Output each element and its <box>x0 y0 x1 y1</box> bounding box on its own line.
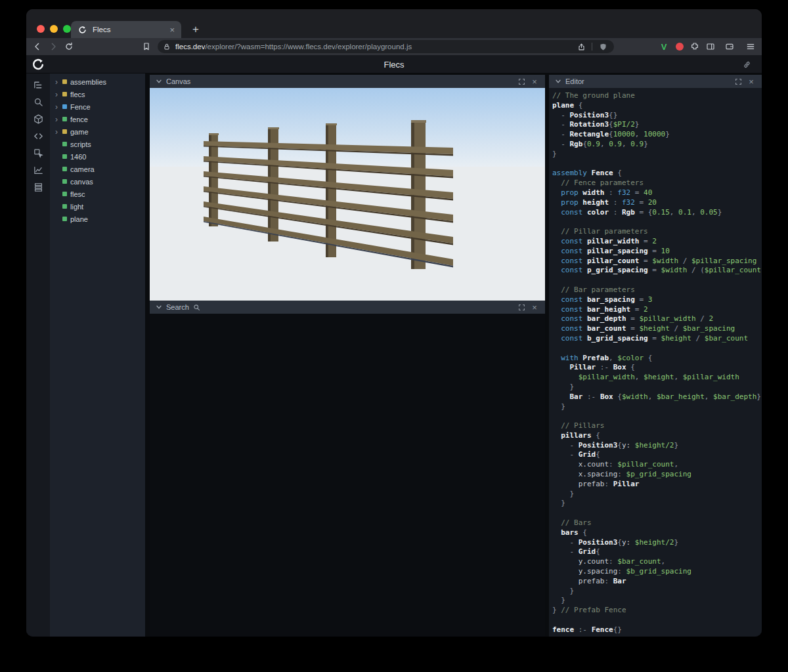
tree-item-light[interactable]: light <box>50 200 145 213</box>
inspect-nav-button[interactable] <box>32 147 44 159</box>
zoom-window-button[interactable] <box>63 25 71 33</box>
expand-chevron-icon[interactable]: › <box>55 78 61 86</box>
code-line: bars { <box>552 528 762 538</box>
new-tab-button[interactable]: + <box>188 22 204 37</box>
extension-red-button[interactable] <box>672 39 688 54</box>
entity-tree-nav-button[interactable] <box>32 79 44 91</box>
tree-item-camera[interactable]: camera <box>50 163 145 175</box>
canvas-fullscreen-button[interactable] <box>516 76 527 87</box>
code-line: - Grid{ <box>552 547 762 557</box>
tree-item-scripts[interactable]: scripts <box>50 138 145 150</box>
tree-item-flesc[interactable]: flesc <box>50 188 145 200</box>
code-line: const p_grid_spacing = $width / ($pillar… <box>552 266 762 276</box>
code-line: - Position3{y: $height/2} <box>552 441 762 451</box>
code-line: } // Prefab Fence <box>552 606 762 616</box>
tree-item-label: canvas <box>70 178 93 186</box>
app-content: ›assemblies›flecs›Fence›fence›gamescript… <box>26 74 762 637</box>
editor-panel-header[interactable]: Editor × <box>549 75 762 88</box>
memory-nav-button[interactable] <box>32 181 44 193</box>
code-line: x.spacing: $p_grid_spacing <box>552 470 762 480</box>
expand-chevron-icon[interactable]: › <box>55 103 61 111</box>
tree-item-assemblies[interactable]: ›assemblies <box>50 75 145 88</box>
share-link-button[interactable] <box>739 57 754 72</box>
code-line: // Bars <box>552 518 762 528</box>
back-button[interactable] <box>30 39 45 54</box>
expand-chevron-icon[interactable]: › <box>55 128 61 136</box>
tree-item-1460[interactable]: 1460 <box>50 150 145 163</box>
expand-chevron-icon[interactable]: › <box>55 116 61 123</box>
entity-kind-square <box>62 117 67 121</box>
extension-v-button[interactable]: V <box>656 39 672 54</box>
share-button[interactable] <box>575 41 587 52</box>
tab-bar: Flecs × + <box>26 9 762 38</box>
canvas-close-button[interactable]: × <box>529 76 540 87</box>
code-line: Bar :- Box {$width, $bar_height, $bar_de… <box>552 392 762 402</box>
code-line <box>552 217 762 227</box>
code-line <box>552 411 762 421</box>
tree-item-label: light <box>70 203 83 211</box>
shield-icon <box>599 43 607 51</box>
link-icon <box>742 60 752 70</box>
editor-fullscreen-button[interactable] <box>733 76 743 87</box>
close-window-button[interactable] <box>37 25 45 33</box>
search-close-button[interactable]: × <box>529 302 540 312</box>
v-extension-icon: V <box>661 42 667 52</box>
app-header: Flecs <box>26 55 762 74</box>
entities-nav-button[interactable] <box>32 113 44 125</box>
script-nav-button[interactable] <box>32 130 44 142</box>
canvas-panel-title: Canvas <box>166 77 190 85</box>
red-circle-extension-icon <box>676 43 684 51</box>
code-line <box>552 159 762 169</box>
forward-button[interactable] <box>45 39 61 54</box>
code-line: assembly Fence { <box>552 169 762 178</box>
side-nav <box>26 74 50 637</box>
stats-nav-button[interactable] <box>32 164 44 176</box>
tree-item-label: 1460 <box>70 153 86 161</box>
tree-item-plane[interactable]: plane <box>50 213 145 225</box>
entity-kind-square <box>62 92 67 96</box>
canvas-3d-viewport[interactable] <box>150 88 545 301</box>
search-fullscreen-button[interactable] <box>516 302 527 312</box>
tree-item-canvas[interactable]: canvas <box>50 175 145 188</box>
tree-item-label: Fence <box>70 103 91 111</box>
reload-button[interactable] <box>61 39 77 54</box>
canvas-panel-header[interactable]: Canvas × <box>150 75 545 88</box>
tree-icon <box>33 79 44 91</box>
code-line: - Rotation3{$PI/2} <box>552 120 762 130</box>
tree-item-Fence[interactable]: ›Fence <box>50 100 145 113</box>
fullscreen-icon <box>518 304 525 311</box>
query-nav-button[interactable] <box>32 96 44 108</box>
chevron-down-icon[interactable] <box>155 77 163 85</box>
editor-code[interactable]: // The ground planeplane { - Position3{}… <box>549 88 762 637</box>
code-line: // The ground plane <box>552 91 762 101</box>
tree-item-game[interactable]: ›game <box>50 125 145 138</box>
editor-close-button[interactable]: × <box>746 76 756 87</box>
bookmark-button[interactable] <box>139 39 154 54</box>
address-bar[interactable]: flecs.dev/explorer/?wasm=https://www.fle… <box>158 40 614 53</box>
code-line: } <box>552 490 762 499</box>
entity-kind-square <box>62 104 67 109</box>
chevron-down-icon[interactable] <box>155 303 163 311</box>
expand-chevron-icon[interactable]: › <box>55 91 61 98</box>
code-line: // Fence parameters <box>552 178 762 188</box>
code-line: prop width : f32 = 40 <box>552 188 762 198</box>
browser-tab-flecs[interactable]: Flecs × <box>71 21 181 38</box>
chevron-down-icon[interactable] <box>554 77 562 85</box>
search-panel-header[interactable]: Search × <box>150 301 545 314</box>
extensions-button[interactable] <box>687 39 703 54</box>
minimize-window-button[interactable] <box>50 25 58 33</box>
menu-button[interactable] <box>743 39 758 54</box>
side-panel-icon <box>705 41 716 52</box>
tab-close-icon[interactable]: × <box>169 26 175 34</box>
code-line: pillars { <box>552 431 762 441</box>
entity-kind-square <box>62 192 67 196</box>
side-panel-button[interactable] <box>703 39 718 54</box>
tree-item-fence[interactable]: ›fence <box>50 113 145 125</box>
entity-kind-square <box>62 142 67 146</box>
fullscreen-icon <box>735 78 742 85</box>
brave-shield-button[interactable] <box>597 41 609 52</box>
tree-item-flecs[interactable]: ›flecs <box>50 88 145 100</box>
code-line: } <box>552 402 762 412</box>
url-host: flecs.dev <box>175 43 205 51</box>
wallet-button[interactable] <box>722 39 737 54</box>
